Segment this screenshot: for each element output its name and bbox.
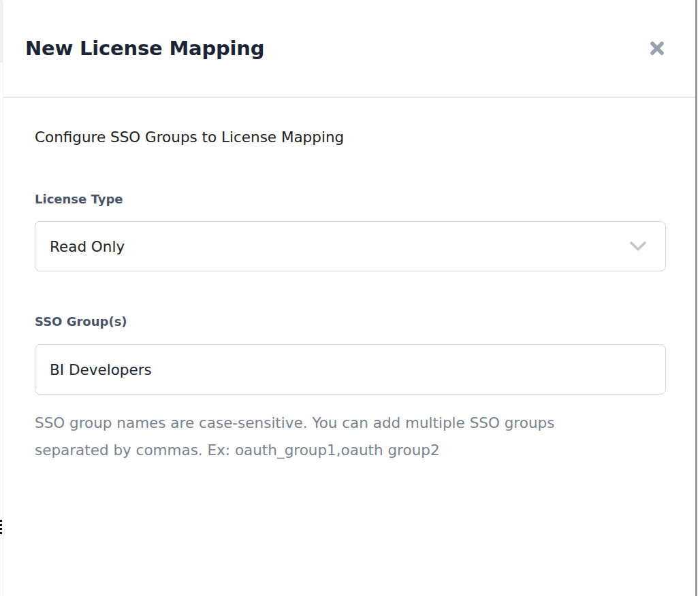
sso-groups-label: SSO Group(s): [35, 314, 665, 330]
modal-description: Configure SSO Groups to License Mapping: [35, 127, 665, 148]
chevron-down-icon: [629, 241, 647, 252]
close-button[interactable]: [643, 35, 671, 62]
close-icon: [647, 38, 667, 59]
modal-header: New License Mapping: [3, 0, 695, 98]
modal-title: New License Mapping: [25, 37, 264, 60]
page-scrollbar[interactable]: [695, 0, 697, 596]
screen: New License Mapping Configure SSO Groups…: [0, 0, 700, 596]
sso-groups-input[interactable]: [35, 344, 666, 395]
modal-body: Configure SSO Groups to License Mapping …: [3, 98, 695, 464]
sso-groups-help-text: SSO group names are case-sensitive. You …: [35, 410, 620, 464]
license-type-select[interactable]: Read Only: [35, 221, 666, 271]
license-type-label: License Type: [35, 191, 665, 208]
new-license-mapping-modal: New License Mapping Configure SSO Groups…: [3, 0, 695, 596]
license-type-selected-value: Read Only: [50, 238, 125, 255]
